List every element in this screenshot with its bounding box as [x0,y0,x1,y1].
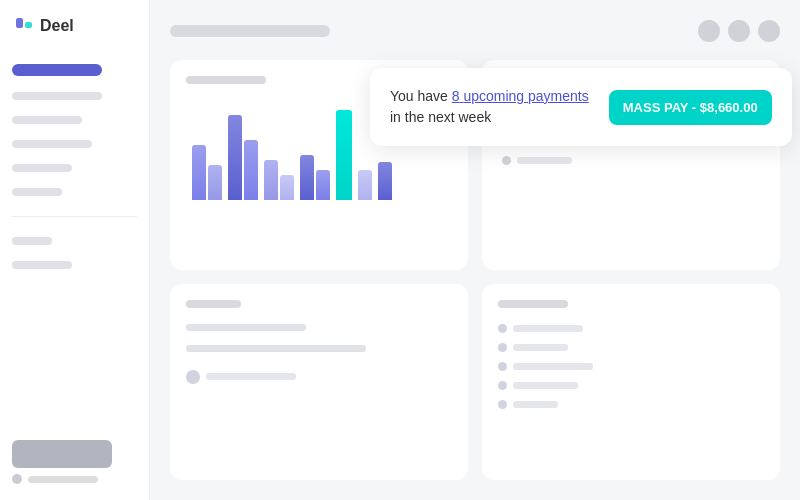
bar-group-6 [358,170,372,200]
br-row-3 [498,362,764,371]
bar-4b [316,170,330,200]
bar-1a [192,145,206,200]
user-avatar-dot [12,474,22,484]
br-line-1 [513,325,583,332]
br-line-5 [513,401,558,408]
bar-6a [358,170,372,200]
bl-line-1 [186,324,306,331]
upcoming-payments-link[interactable]: 8 upcoming payments [452,88,589,104]
bar-3b [280,175,294,200]
sidebar-bottom [12,440,137,484]
br-line-3 [513,363,593,370]
sidebar-user-row [12,474,137,484]
br-dot-4 [498,381,507,390]
bar-1b [208,165,222,200]
logo-text: Deel [40,17,74,35]
bl-name-line [206,373,296,380]
bl-avatar-dot [186,370,200,384]
bar-group-4 [300,155,330,200]
sidebar-item-6[interactable] [12,237,52,245]
bar-7a [378,162,392,200]
br-row-1 [498,324,764,333]
br-line-2 [513,344,568,351]
bar-4a [300,155,314,200]
sidebar-cta-button[interactable] [12,440,112,468]
search-bar[interactable] [170,25,330,37]
sidebar-item-7[interactable] [12,261,72,269]
bl-line-2 [186,345,366,352]
settings-icon[interactable] [728,20,750,42]
bar-group-3 [264,160,294,200]
sidebar-item-1[interactable] [12,92,102,100]
br-dot-2 [498,343,507,352]
mass-pay-button[interactable]: MASS PAY - $8,660.00 [609,90,772,125]
bar-group-7 [378,162,392,200]
chart-card-title [186,76,266,84]
br-dot-1 [498,324,507,333]
bar-2a [228,115,242,200]
notification-text: You have 8 upcoming payments in the next… [390,86,589,128]
bar-2b [244,140,258,200]
br-row-5 [498,400,764,409]
logo: Deel [12,16,137,36]
bar-group-5 [336,110,352,200]
sidebar-item-4[interactable] [12,164,72,172]
main-content: You have 8 upcoming payments in the next… [150,0,800,500]
info-dot-row-1 [502,156,760,165]
bottom-left-card [170,284,468,481]
svg-rect-0 [16,18,23,28]
top-bar [170,20,780,42]
notification-icon[interactable] [698,20,720,42]
svg-rect-1 [25,22,32,28]
logo-icon [14,16,34,36]
bar-group-1 [192,145,222,200]
notification-post-text: in the next week [390,109,491,125]
bl-avatar-row [186,370,452,384]
sidebar-item-active[interactable] [12,64,102,76]
user-name-bar [28,476,98,483]
bl-title [186,300,241,308]
br-row-2 [498,343,764,352]
bar-5a [336,110,352,200]
info-dot-1 [502,156,511,165]
notification-pre-text: You have [390,88,452,104]
bar-group-2 [228,115,258,200]
info-dot-line-1 [517,157,572,164]
sidebar: Deel [0,0,150,500]
top-icons [698,20,780,42]
br-line-4 [513,382,578,389]
notification-popup: You have 8 upcoming payments in the next… [370,68,792,146]
br-dot-3 [498,362,507,371]
sidebar-divider [12,216,137,217]
sidebar-item-2[interactable] [12,116,82,124]
br-dot-5 [498,400,507,409]
bar-3a [264,160,278,200]
sidebar-item-3[interactable] [12,140,92,148]
br-row-4 [498,381,764,390]
br-title [498,300,568,308]
sidebar-item-5[interactable] [12,188,62,196]
bottom-right-card [482,284,780,481]
user-avatar-icon[interactable] [758,20,780,42]
